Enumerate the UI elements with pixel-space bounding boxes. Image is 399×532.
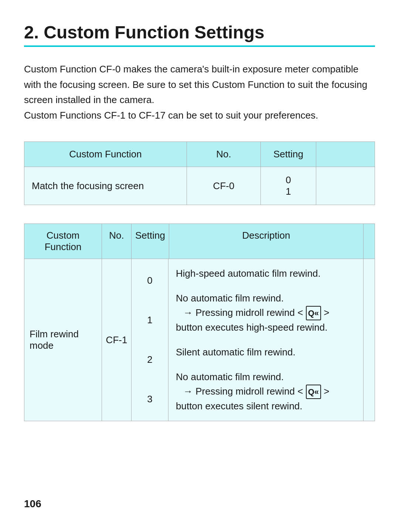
table2-header-function: Custom Function (24, 224, 102, 259)
table1: Custom Function No. Setting Match the fo… (24, 141, 375, 205)
table2-desc-3-main: No automatic film rewind. (176, 371, 284, 382)
table2-desc-3-sub: → Pressing midroll rewind < Q« > button … (176, 386, 329, 412)
title-underline (24, 45, 375, 47)
table2-header-setting: Setting (132, 224, 169, 259)
intro-text: Custom Function CF-0 makes the camera's … (24, 62, 375, 123)
table1-body-row: Match the focusing screen CF-0 0 1 (24, 167, 375, 205)
rewind-icon-1: Q« (306, 306, 321, 320)
table1-setting-0: 0 (286, 174, 291, 186)
rewind-icon-2: Q« (306, 385, 321, 399)
table1-row-extra (316, 167, 375, 205)
table2-header-no: No. (102, 224, 132, 259)
page-title: 2. Custom Function Settings (24, 22, 375, 42)
intro-paragraph2: Custom Functions CF-1 to CF-17 can be se… (24, 110, 318, 121)
table2-desc-1-sub: → Pressing midroll rewind < Q« > button … (176, 307, 329, 333)
table1-row-no: CF-0 (187, 167, 261, 205)
table2-setting-2: 2 (147, 354, 152, 365)
table2-setting-1: 1 (147, 314, 152, 326)
table2-desc-1: No automatic film rewind. → Pressing mid… (176, 291, 356, 335)
table2-header-description: Description (169, 224, 364, 259)
table1-header-setting: Setting (261, 142, 316, 167)
table2-desc-2-main: Silent automatic film rewind. (176, 347, 296, 358)
table2-desc-3: No automatic film rewind. → Pressing mid… (176, 370, 356, 413)
table2: Custom Function No. Setting Description … (24, 224, 375, 421)
table1-header-row: Custom Function No. Setting (24, 142, 375, 167)
intro-paragraph1: Custom Function CF-0 makes the camera's … (24, 64, 367, 105)
table1-header-function: Custom Function (24, 142, 187, 167)
table2-row-settings: 0 1 2 3 (132, 259, 168, 421)
table2-row-extra (364, 259, 375, 421)
table1-header-no: No. (187, 142, 261, 167)
page-number: 106 (24, 498, 41, 510)
table2-body-row: Film rewind mode CF-1 0 1 2 3 High-speed… (24, 259, 375, 421)
table2-setting-3: 3 (147, 393, 152, 405)
table2-row-no: CF-1 (102, 259, 132, 421)
table2-setting-0: 0 (147, 275, 152, 286)
table2-row-descriptions: High-speed automatic film rewind. No aut… (168, 259, 364, 421)
table2-header-extra (364, 224, 375, 259)
table2-desc-2: Silent automatic film rewind. (176, 345, 356, 359)
table1-row-function: Match the focusing screen (24, 167, 187, 205)
table2-row-function: Film rewind mode (24, 259, 102, 421)
table1-setting-1: 1 (286, 186, 291, 197)
table2-header-row: Custom Function No. Setting Description (24, 224, 375, 259)
table1-header-extra (316, 142, 375, 167)
table2-desc-0: High-speed automatic film rewind. (176, 266, 356, 281)
table1-row-setting: 0 1 (261, 167, 316, 205)
table2-desc-0-main: High-speed automatic film rewind. (176, 268, 321, 279)
table2-desc-1-main: No automatic film rewind. (176, 293, 284, 304)
